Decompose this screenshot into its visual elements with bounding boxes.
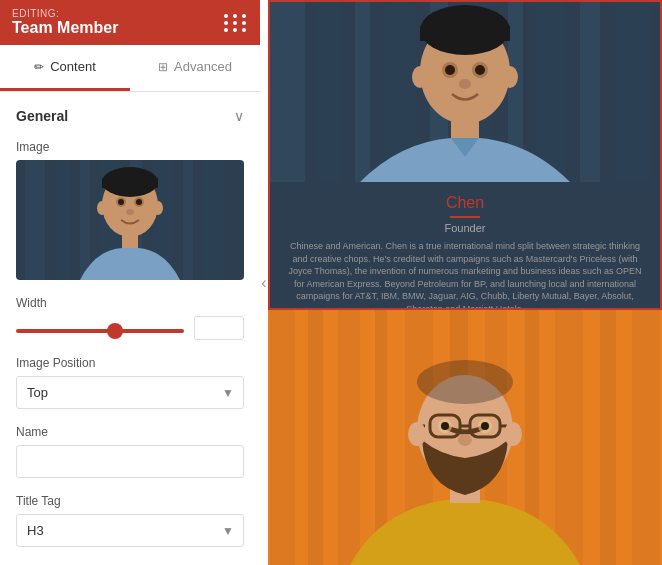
svg-point-64	[441, 422, 449, 430]
tab-content-label: Content	[50, 59, 96, 74]
width-control: 300	[16, 316, 244, 340]
tabs-bar: ✏ Content ⊞ Advanced	[0, 45, 260, 92]
svg-rect-28	[535, 2, 565, 182]
profile-divider	[450, 216, 480, 218]
profile-card-inner: Chen Founder Chinese and American. Chen …	[270, 2, 660, 308]
svg-rect-51	[555, 310, 583, 565]
header-text: EDITING: Team Member	[12, 8, 118, 37]
panel-content: General ∨ Image	[0, 92, 260, 565]
right-panel: Chen Founder Chinese and American. Chen …	[268, 0, 662, 565]
svg-point-68	[504, 422, 522, 446]
svg-point-56	[417, 360, 513, 404]
image-position-select-wrapper: Top Left Right ▼	[16, 376, 244, 409]
name-label: Name	[16, 425, 244, 439]
name-input[interactable]: Chen	[16, 445, 244, 478]
person-image-svg	[25, 160, 235, 280]
pencil-icon: ✏	[34, 60, 44, 74]
svg-point-65	[481, 422, 489, 430]
name-field: Name Chen	[16, 425, 244, 494]
slider-container	[16, 319, 184, 337]
svg-rect-11	[102, 178, 158, 188]
second-profile-card	[268, 310, 662, 565]
svg-point-18	[153, 201, 163, 215]
image-position-select[interactable]: Top Left Right	[16, 376, 244, 409]
svg-rect-2	[55, 160, 70, 280]
second-person-svg	[268, 310, 662, 565]
general-section-header: General ∨	[16, 108, 244, 124]
tab-content[interactable]: ✏ Content	[0, 45, 130, 91]
width-input[interactable]: 300	[194, 316, 244, 340]
svg-rect-1	[25, 160, 45, 280]
grid-icon[interactable]	[224, 14, 248, 32]
svg-point-14	[118, 199, 124, 205]
svg-rect-22	[318, 2, 340, 182]
tab-advanced-label: Advanced	[174, 59, 232, 74]
profile-info: Chen Founder Chinese and American. Chen …	[270, 182, 660, 310]
svg-point-67	[408, 422, 426, 446]
image-field: Image	[16, 140, 244, 280]
image-position-field: Image Position Top Left Right ▼	[16, 356, 244, 409]
section-title: General	[16, 108, 68, 124]
svg-point-15	[136, 199, 142, 205]
svg-rect-52	[600, 310, 616, 565]
collapse-arrow-icon[interactable]: ∨	[234, 108, 244, 124]
svg-point-40	[502, 66, 518, 88]
profile-image-svg	[270, 2, 660, 182]
width-slider[interactable]	[16, 329, 184, 333]
image-position-label: Image Position	[16, 356, 244, 370]
svg-rect-3	[80, 160, 90, 280]
width-field: Width 300	[16, 296, 244, 340]
svg-rect-21	[270, 2, 305, 182]
svg-rect-53	[632, 310, 660, 565]
image-preview[interactable]	[16, 160, 244, 280]
svg-rect-43	[270, 310, 295, 565]
title-tag-label: Title Tag	[16, 494, 244, 508]
profile-card-1: Chen Founder Chinese and American. Chen …	[268, 0, 662, 310]
editor-header: EDITING: Team Member	[0, 0, 260, 45]
svg-point-38	[459, 79, 471, 89]
title-tag-select-wrapper: H1 H2 H3 H4 H5 H6 ▼	[16, 514, 244, 547]
svg-rect-19	[122, 235, 138, 250]
svg-rect-33	[420, 26, 510, 41]
svg-rect-7	[183, 160, 193, 280]
svg-point-17	[97, 201, 107, 215]
svg-point-16	[126, 209, 134, 215]
profile-title: Founder	[286, 222, 644, 234]
title-tag-select[interactable]: H1 H2 H3 H4 H5 H6	[16, 514, 244, 547]
svg-rect-30	[615, 2, 650, 182]
svg-point-66	[458, 434, 472, 446]
left-panel: EDITING: Team Member ✏ Content ⊞ Advance…	[0, 0, 260, 565]
svg-rect-29	[580, 2, 600, 182]
widget-name: Team Member	[12, 19, 118, 37]
svg-point-37	[475, 65, 485, 75]
grid-settings-icon: ⊞	[158, 60, 168, 74]
panel-divider[interactable]	[260, 0, 268, 565]
svg-rect-45	[338, 310, 360, 565]
svg-point-39	[412, 66, 428, 88]
svg-rect-44	[308, 310, 323, 565]
title-tag-field: Title Tag H1 H2 H3 H4 H5 H6 ▼	[16, 494, 244, 547]
svg-rect-23	[355, 2, 370, 182]
editing-label: EDITING:	[12, 8, 118, 19]
tab-advanced[interactable]: ⊞ Advanced	[130, 45, 260, 91]
image-label: Image	[16, 140, 244, 154]
svg-point-36	[445, 65, 455, 75]
profile-name: Chen	[286, 194, 644, 212]
profile-bio: Chinese and American. Chen is a true int…	[286, 240, 644, 310]
profile-image-area	[270, 2, 660, 182]
svg-rect-8	[203, 160, 225, 280]
width-label: Width	[16, 296, 244, 310]
